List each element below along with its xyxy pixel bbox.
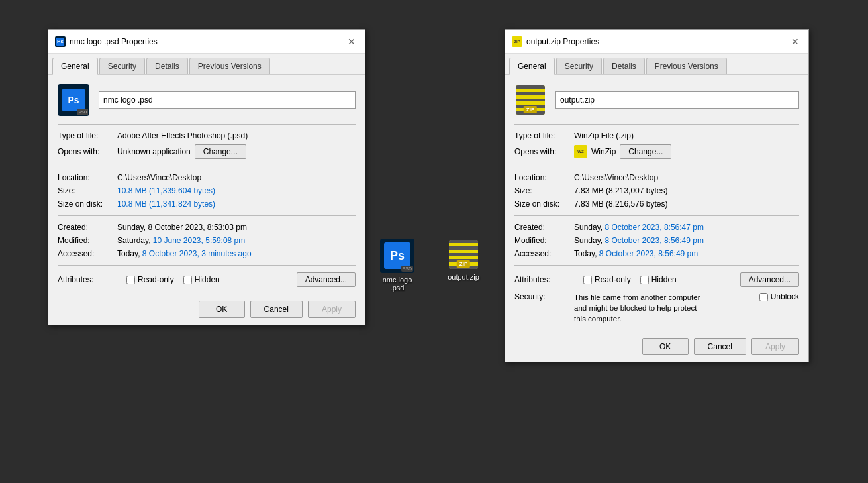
psd-filename-input[interactable] — [99, 91, 356, 109]
zip-accessed-value: Today, 8 October 2023, 8:56:49 pm — [574, 249, 799, 258]
psd-type-label: Type of file: — [58, 131, 117, 140]
zip-size-value: 7.83 MB (8,213,007 bytes) — [574, 186, 799, 195]
zip-security-row: Security: This file came from another co… — [514, 292, 799, 324]
psd-attributes-label: Attributes: — [58, 275, 117, 284]
tab-general-zip[interactable]: General — [509, 58, 555, 75]
zip-size-disk-value: 7.83 MB (8,216,576 bytes) — [574, 199, 799, 209]
tab-previous-versions-psd[interactable]: Previous Versions — [189, 58, 270, 74]
zip-readonly-label: Read-only — [595, 275, 631, 284]
zip-created-value: Sunday, 8 October 2023, 8:56:47 pm — [574, 223, 799, 232]
psd-location-label: Location: — [58, 173, 117, 182]
psd-attributes-row: Attributes: Read-only Hidden Advanced... — [58, 272, 356, 287]
psd-title-icon: Ps — [55, 36, 66, 47]
psd-opens-with-label: Opens with: — [58, 147, 117, 156]
zip-location-row: Location: C:\Users\Vince\Desktop — [514, 173, 799, 182]
zip-size-label: Size: — [514, 186, 574, 195]
psd-created-row: Created: Sunday, 8 October 2023, 8:53:03… — [58, 223, 356, 232]
psd-hidden-checkbox: Hidden — [183, 275, 220, 284]
psd-accessed-label: Accessed: — [58, 249, 117, 258]
zip-file-header: ZIP — [514, 84, 799, 116]
psd-type-value: Adobe After Effects Photoshop (.psd) — [117, 131, 356, 140]
psd-opens-with-value: Unknown application — [117, 147, 191, 156]
zip-modified-value: Sunday, 8 October 2023, 8:56:49 pm — [574, 236, 799, 245]
tab-details-psd[interactable]: Details — [146, 58, 188, 74]
psd-location-row: Location: C:\Users\Vince\Desktop — [58, 173, 356, 182]
psd-file-icon: Ps PSD — [380, 239, 414, 273]
psd-accessed-row: Accessed: Today, 8 October 2023, 3 minut… — [58, 249, 356, 258]
desktop-icons: Ps PSD nmc logo.psd ZIP output.zip — [371, 239, 490, 292]
zip-attributes-row: Attributes: Read-only Hidden Advanced... — [514, 272, 799, 287]
desktop-icon-zip[interactable]: ZIP output.zip — [437, 239, 490, 281]
zip-file-icon: ZIP — [448, 239, 479, 270]
zip-apply-button[interactable]: Apply — [751, 338, 799, 355]
psd-readonly-input[interactable] — [126, 276, 135, 284]
psd-created-value: Sunday, 8 October 2023, 8:53:03 pm — [117, 223, 356, 232]
zip-large-icon: ZIP — [514, 84, 546, 116]
psd-readonly-checkbox: Read-only — [126, 275, 174, 284]
zip-ok-button[interactable]: OK — [642, 338, 689, 355]
psd-size-value: 10.8 MB (11,339,604 bytes) — [117, 186, 356, 195]
zip-close-button[interactable]: ✕ — [789, 35, 802, 48]
desktop-icon-psd[interactable]: Ps PSD nmc logo.psd — [371, 239, 424, 292]
psd-cancel-button[interactable]: Cancel — [250, 301, 303, 318]
zip-content: ZIP Type of file: WinZip File (.zip) Ope… — [505, 75, 808, 331]
psd-modified-label: Modified: — [58, 236, 117, 245]
tab-previous-versions-zip[interactable]: Previous Versions — [646, 58, 727, 74]
zip-hidden-checkbox: Hidden — [640, 275, 677, 284]
psd-file-header: Ps PSD — [58, 84, 356, 116]
zip-accessed-row: Accessed: Today, 8 October 2023, 8:56:49… — [514, 249, 799, 258]
tab-security-zip[interactable]: Security — [556, 58, 602, 74]
zip-opens-with-label: Opens with: — [514, 147, 574, 156]
zip-cancel-button[interactable]: Cancel — [694, 338, 746, 355]
zip-readonly-checkbox: Read-only — [583, 275, 631, 284]
zip-footer: OK Cancel Apply — [505, 331, 808, 362]
psd-titlebar: Ps nmc logo .psd Properties ✕ — [48, 30, 365, 54]
zip-titlebar: ZIP output.zip Properties ✕ — [505, 30, 808, 54]
psd-size-disk-row: Size on disk: 10.8 MB (11,341,824 bytes) — [58, 199, 356, 209]
tab-details-zip[interactable]: Details — [603, 58, 645, 74]
zip-size-disk-row: Size on disk: 7.83 MB (8,216,576 bytes) — [514, 199, 799, 209]
psd-hidden-label: Hidden — [195, 275, 220, 284]
psd-content: Ps PSD Type of file: Adobe After Effects… — [48, 75, 365, 294]
zip-modified-label: Modified: — [514, 236, 574, 245]
zip-properties-window: ZIP output.zip Properties ✕ General Secu… — [505, 29, 809, 362]
zip-type-row: Type of file: WinZip File (.zip) — [514, 131, 799, 140]
zip-title-icon: ZIP — [512, 36, 522, 47]
zip-created-row: Created: Sunday, 8 October 2023, 8:56:47… — [514, 223, 799, 232]
psd-tabs: General Security Details Previous Versio… — [48, 54, 365, 75]
psd-type-row: Type of file: Adobe After Effects Photos… — [58, 131, 356, 140]
zip-size-row: Size: 7.83 MB (8,213,007 bytes) — [514, 186, 799, 195]
zip-type-value: WinZip File (.zip) — [574, 131, 799, 140]
psd-large-icon: Ps PSD — [58, 84, 89, 116]
tab-general-psd[interactable]: General — [52, 58, 98, 75]
tab-security-psd[interactable]: Security — [99, 58, 145, 74]
psd-ok-button[interactable]: OK — [199, 301, 245, 318]
psd-change-button[interactable]: Change... — [195, 144, 246, 159]
zip-security-label: Security: — [514, 292, 574, 301]
psd-created-label: Created: — [58, 223, 117, 232]
psd-location-value: C:\Users\Vince\Desktop — [117, 173, 356, 182]
psd-advanced-button[interactable]: Advanced... — [297, 272, 356, 287]
psd-footer: OK Cancel Apply — [48, 294, 365, 325]
psd-hidden-input[interactable] — [183, 276, 192, 284]
zip-icon-label: output.zip — [448, 273, 479, 281]
zip-hidden-input[interactable] — [640, 276, 649, 284]
zip-location-value: C:\Users\Vince\Desktop — [574, 173, 799, 182]
psd-apply-button[interactable]: Apply — [308, 301, 356, 318]
psd-modified-row: Modified: Saturday, 10 June 2023, 5:59:0… — [58, 236, 356, 245]
zip-unblock-label: Unblock — [771, 292, 799, 301]
zip-readonly-input[interactable] — [583, 276, 592, 284]
psd-size-disk-label: Size on disk: — [58, 199, 117, 209]
zip-attributes-label: Attributes: — [514, 275, 574, 284]
psd-opens-with-row: Opens with: Unknown application Change..… — [58, 144, 356, 159]
psd-close-button[interactable]: ✕ — [345, 35, 358, 48]
zip-opens-with-value: WinZip — [591, 147, 616, 156]
psd-properties-window: Ps nmc logo .psd Properties ✕ General Se… — [48, 29, 365, 325]
zip-change-button[interactable]: Change... — [620, 144, 671, 159]
zip-unblock-checkbox[interactable] — [759, 293, 768, 301]
psd-modified-value: Saturday, 10 June 2023, 5:59:08 pm — [117, 236, 356, 245]
winzip-app-icon: WZ — [574, 145, 587, 158]
zip-filename-input[interactable] — [555, 91, 799, 109]
psd-size-row: Size: 10.8 MB (11,339,604 bytes) — [58, 186, 356, 195]
zip-advanced-button[interactable]: Advanced... — [740, 272, 799, 287]
